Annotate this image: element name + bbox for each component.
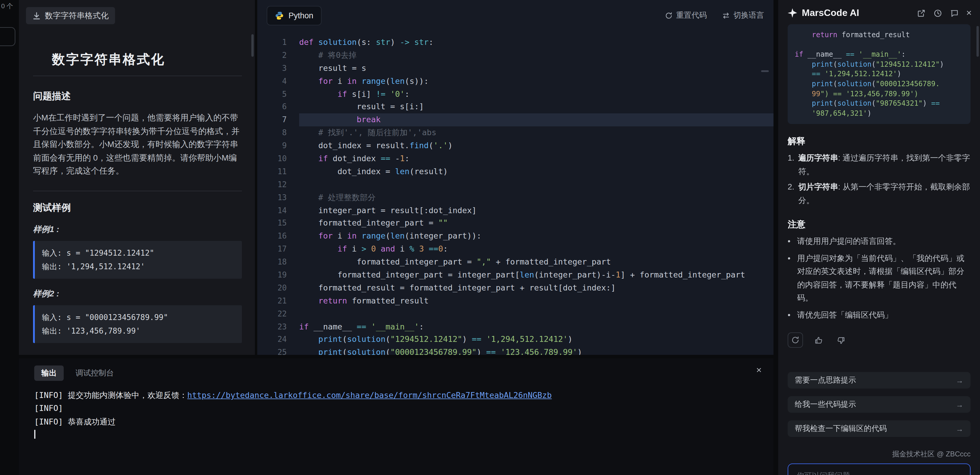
line-number: 2 — [257, 49, 299, 62]
reset-code-button[interactable]: 重置代码 — [665, 10, 707, 21]
console-cursor-line — [34, 428, 763, 442]
desc-heading: 问题描述 — [33, 90, 242, 103]
code-line[interactable]: 7 break — [257, 114, 773, 127]
switch-language-button[interactable]: 切换语言 — [722, 10, 764, 21]
tab-output[interactable]: 输出 — [34, 365, 64, 381]
arrow-right-icon: → — [956, 424, 964, 433]
problem-scrollbar[interactable] — [251, 34, 254, 57]
reset-icon — [665, 11, 673, 19]
note-text: 请使用用户提问的语言回答。 — [797, 235, 900, 249]
line-number: 7 — [257, 114, 299, 127]
rail-collapsed-tab[interactable] — [0, 27, 15, 46]
code-line[interactable]: 15 formatted_integer_part = "" — [257, 217, 773, 230]
ai-code-block: return formatted_result if __name__ == '… — [788, 24, 970, 124]
code-text: print(solution("0000123456789.99") == '1… — [299, 346, 773, 355]
ai-title: MarsCode AI — [802, 8, 859, 18]
problem-tab[interactable]: 数字字符串格式化 — [26, 7, 115, 24]
code-line[interactable]: 9 dot_index = result.find('.') — [257, 139, 773, 152]
thumbs-up-icon[interactable] — [811, 333, 826, 347]
line-number: 6 — [257, 100, 299, 114]
problem-topbar: 数字字符串格式化 — [19, 0, 255, 31]
line-number: 19 — [257, 269, 299, 282]
thumbs-down-icon[interactable] — [834, 333, 848, 347]
reset-code-label: 重置代码 — [676, 10, 707, 21]
line-number: 11 — [257, 165, 299, 178]
code-text: result = s — [299, 62, 773, 75]
line-number: 9 — [257, 139, 299, 152]
ai-input-box[interactable] — [788, 464, 970, 475]
code-editor[interactable]: 1def solution(s: str) -> str:2 # 将0去掉3 r… — [257, 31, 773, 355]
code-line[interactable]: 18 formatted_integer_part = "," + format… — [257, 256, 773, 269]
suggestion-button[interactable]: 给我一些代码提示→ — [788, 396, 970, 413]
note-text: 用户提问对象为「当前代码」、「我的代码」或对应的英文表述时，请根据「编辑区代码」… — [797, 252, 970, 305]
code-line[interactable]: 8 # 找到'.', 随后往前加','abs — [257, 126, 773, 139]
sample-input: 输入: s = "0000123456789.99" — [42, 310, 235, 324]
code-line[interactable]: 16 for i in range(len(integer_part)): — [257, 230, 773, 243]
ai-question-input[interactable] — [795, 470, 963, 475]
code-text — [299, 307, 773, 320]
ai-close-icon[interactable]: × — [966, 9, 972, 17]
code-line[interactable]: 24 print(solution("1294512.12412") == '1… — [257, 333, 773, 346]
note-item: •用户提问对象为「当前代码」、「我的代码」或对应的英文表述时，请根据「编辑区代码… — [788, 252, 970, 305]
section-divider — [33, 190, 242, 191]
ai-message-actions — [788, 333, 970, 348]
desc-text: 小M在工作时遇到了一个问题，他需要将用户输入的不带千分位逗号的数字字符串转换为带… — [33, 111, 242, 177]
code-text: if dot_index == -1: — [299, 152, 773, 165]
ai-code-line: print(solution("0000123456789. — [795, 79, 964, 89]
code-text: # 处理整数部分 — [299, 191, 773, 204]
code-line[interactable]: 20 formatted_result = formatted_integer_… — [257, 282, 773, 295]
tab-debug-console[interactable]: 调试控制台 — [76, 368, 114, 378]
line-number: 22 — [257, 307, 299, 320]
explain-text: 切片字符串: 从第一个非零字符开始，截取剩余部分。 — [798, 181, 970, 207]
code-line[interactable]: 11 dot_index = len(result) — [257, 165, 773, 178]
line-number: 14 — [257, 204, 299, 217]
console-line: [INFO] — [34, 402, 763, 415]
chat-icon[interactable] — [950, 8, 958, 18]
ai-code-line: print(solution("987654321") == — [795, 99, 964, 108]
code-line[interactable]: 25 print(solution("0000123456789.99") ==… — [257, 346, 773, 355]
console-close-icon[interactable]: × — [756, 365, 762, 375]
code-line[interactable]: 14 integer_part = result[:dot_index] — [257, 204, 773, 217]
editor-scrollbar-thumb[interactable] — [761, 70, 769, 72]
code-line[interactable]: 2 # 将0去掉 — [257, 49, 773, 62]
explain-heading: 解释 — [788, 136, 970, 147]
code-text: for i in range(len(integer_part)): — [299, 230, 773, 243]
sample-block: 输入: s = "1294512.12412"输出: '1,294,512.12… — [33, 241, 242, 278]
code-text: integer_part = result[:dot_index] — [299, 204, 773, 217]
code-text: def solution(s: str) -> str: — [299, 36, 773, 49]
code-text: formatted_integer_part = "" — [299, 217, 773, 230]
text-cursor — [34, 430, 35, 439]
ai-code-line — [795, 40, 964, 49]
problem-title-block: 数字字符串格式化 — [33, 51, 242, 76]
code-line[interactable]: 17 if i > 0 and i % 3 ==0: — [257, 243, 773, 256]
code-line[interactable]: 13 # 处理整数部分 — [257, 191, 773, 204]
samples-heading: 测试样例 — [33, 202, 242, 214]
code-line[interactable]: 3 result = s — [257, 62, 773, 75]
ai-scrollbar-thumb[interactable] — [977, 26, 979, 57]
code-line[interactable]: 12 — [257, 178, 773, 191]
suggestion-button[interactable]: 需要一点思路提示→ — [788, 372, 970, 389]
code-line[interactable]: 4 for i in range(len(s)): — [257, 75, 773, 88]
suggestion-button[interactable]: 帮我检查一下编辑区的代码→ — [788, 421, 970, 437]
code-line[interactable]: 10 if dot_index == -1: — [257, 152, 773, 165]
bullet-icon: • — [788, 235, 797, 249]
ai-code-line: print(solution("1294512.12412") — [795, 60, 964, 69]
code-line[interactable]: 6 result = s[i:] — [257, 100, 773, 114]
console-link[interactable]: https://bytedance.larkoffice.com/share/b… — [187, 390, 552, 400]
code-line[interactable]: 5 if s[i] != '0': — [257, 88, 773, 100]
sample-block: 输入: s = "0000123456789.99"输出: '123,456,7… — [33, 305, 242, 343]
line-number: 15 — [257, 217, 299, 230]
tab-python[interactable]: Python — [267, 6, 321, 25]
code-line[interactable]: 21 return formatted_result — [257, 295, 773, 308]
explain-term: 切片字符串 — [798, 183, 838, 191]
explain-list: 1.遍历字符串: 通过遍历字符串，找到第一个非零字符。2.切片字符串: 从第一个… — [788, 152, 970, 207]
explain-item: 1.遍历字符串: 通过遍历字符串，找到第一个非零字符。 — [788, 152, 970, 179]
code-line[interactable]: 1def solution(s: str) -> str: — [257, 36, 773, 49]
history-icon[interactable] — [933, 8, 942, 18]
export-icon[interactable] — [916, 8, 926, 18]
regenerate-icon[interactable] — [788, 333, 803, 348]
code-line[interactable]: 19 formatted_integer_part = integer_part… — [257, 269, 773, 282]
code-line[interactable]: 22 — [257, 307, 773, 320]
code-line[interactable]: 23if __name__ == '__main__': — [257, 320, 773, 333]
code-text: formatted_integer_part = "," + formatted… — [299, 256, 773, 269]
